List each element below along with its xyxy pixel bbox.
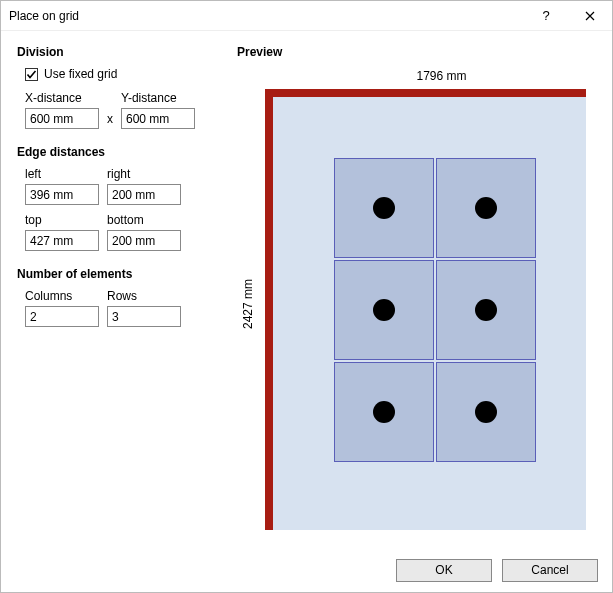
element-dot-icon: [475, 401, 497, 423]
ok-button[interactable]: OK: [396, 559, 492, 582]
preview-panel: Preview 1796 mm 2427 mm: [237, 45, 596, 540]
edge-tb-row: top bottom: [25, 213, 227, 251]
grid-cell: [436, 158, 536, 258]
edge-bottom-input[interactable]: [107, 230, 181, 251]
grid-cell: [436, 260, 536, 360]
grid-cell: [436, 362, 536, 462]
rows-label: Rows: [107, 289, 181, 303]
edge-left-field: left: [25, 167, 99, 205]
x-distance-label: X-distance: [25, 91, 99, 105]
element-dot-icon: [373, 197, 395, 219]
close-icon: [585, 11, 595, 21]
x-distance-field: X-distance: [25, 91, 99, 129]
grid-overlay: [333, 157, 537, 463]
close-button[interactable]: [568, 1, 612, 31]
edge-left-input[interactable]: [25, 184, 99, 205]
element-dot-icon: [373, 299, 395, 321]
slab: [265, 89, 586, 530]
edge-section: Edge distances left right top bottom: [17, 145, 227, 251]
preview-width-label: 1796 mm: [287, 69, 596, 83]
distance-separator: x: [107, 112, 113, 129]
y-distance-input[interactable]: [121, 108, 195, 129]
preview-height-label: 2427 mm: [239, 67, 257, 540]
count-header: Number of elements: [17, 267, 227, 281]
element-dot-icon: [475, 299, 497, 321]
y-distance-field: Y-distance: [121, 91, 195, 129]
help-button[interactable]: ?: [524, 1, 568, 31]
cancel-button[interactable]: Cancel: [502, 559, 598, 582]
edge-top-label: top: [25, 213, 99, 227]
dialog-buttons: OK Cancel: [1, 548, 612, 592]
element-dot-icon: [475, 197, 497, 219]
edge-header: Edge distances: [17, 145, 227, 159]
titlebar: Place on grid ?: [1, 1, 612, 31]
edge-right-input[interactable]: [107, 184, 181, 205]
fixed-grid-row: Use fixed grid: [25, 67, 227, 81]
edge-left-label: left: [25, 167, 99, 181]
count-row: Columns Rows: [25, 289, 227, 327]
edge-bottom-label: bottom: [107, 213, 181, 227]
columns-input[interactable]: [25, 306, 99, 327]
x-distance-input[interactable]: [25, 108, 99, 129]
edge-top-input[interactable]: [25, 230, 99, 251]
form-panel: Division Use fixed grid X-distance x Y-d…: [17, 45, 227, 540]
fixed-grid-checkbox[interactable]: [25, 68, 38, 81]
division-section: Division Use fixed grid X-distance x Y-d…: [17, 45, 227, 129]
edge-lr-row: left right: [25, 167, 227, 205]
checkmark-icon: [26, 69, 37, 80]
window-title: Place on grid: [9, 9, 524, 23]
rows-input[interactable]: [107, 306, 181, 327]
rows-field: Rows: [107, 289, 181, 327]
element-dot-icon: [373, 401, 395, 423]
edge-bottom-field: bottom: [107, 213, 181, 251]
division-header: Division: [17, 45, 227, 59]
preview-area: 1796 mm 2427 mm: [237, 67, 596, 540]
distance-row: X-distance x Y-distance: [25, 91, 227, 129]
preview-header: Preview: [237, 45, 596, 59]
y-distance-label: Y-distance: [121, 91, 195, 105]
grid-cell: [334, 260, 434, 360]
grid-cell: [334, 362, 434, 462]
grid-cell: [334, 158, 434, 258]
edge-top-field: top: [25, 213, 99, 251]
dialog-content: Division Use fixed grid X-distance x Y-d…: [1, 31, 612, 548]
edge-right-field: right: [107, 167, 181, 205]
edge-right-label: right: [107, 167, 181, 181]
columns-label: Columns: [25, 289, 99, 303]
fixed-grid-label: Use fixed grid: [44, 67, 117, 81]
slab-wrapper: [265, 89, 586, 530]
columns-field: Columns: [25, 289, 99, 327]
count-section: Number of elements Columns Rows: [17, 267, 227, 327]
